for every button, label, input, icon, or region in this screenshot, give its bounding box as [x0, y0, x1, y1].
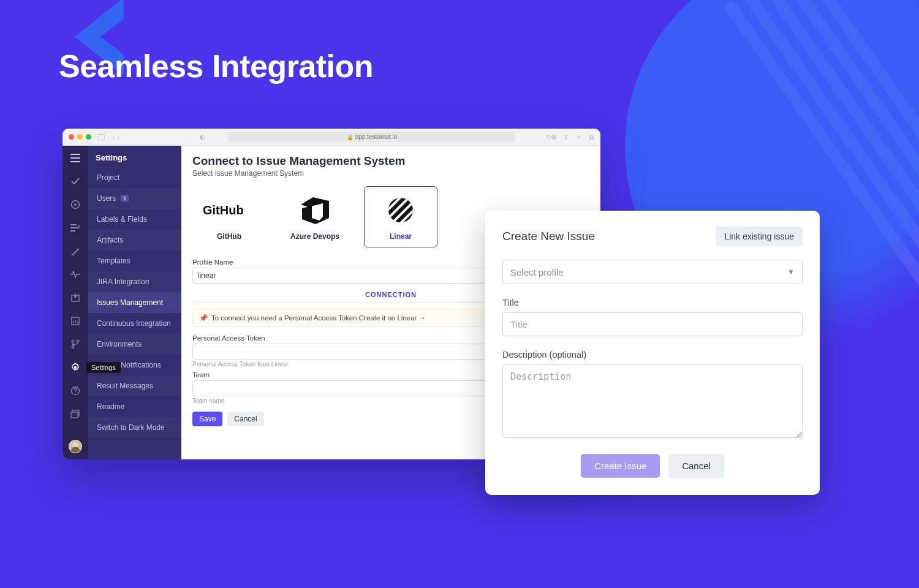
- save-button[interactable]: Save: [192, 412, 222, 426]
- sidebar-item-dark-mode[interactable]: Switch to Dark Mode: [88, 417, 181, 438]
- sidebar-item-labels-fields[interactable]: Labels & Fields: [88, 209, 181, 230]
- github-logo-icon: GitHub: [203, 193, 255, 227]
- cancel-button[interactable]: Cancel: [227, 412, 263, 426]
- ims-card-github[interactable]: GitHub GitHub: [192, 186, 266, 247]
- browser-url: app.testomat.io: [355, 134, 397, 140]
- ims-card-azure-devops[interactable]: Azure Devops: [278, 186, 352, 247]
- sidebar-item-project[interactable]: Project: [88, 167, 181, 188]
- sidebar-item-issues-management[interactable]: Issues Management: [88, 292, 181, 313]
- rail-menu-icon[interactable]: [69, 152, 81, 164]
- svg-point-13: [388, 198, 413, 222]
- rail-settings-icon[interactable]: Settings: [69, 361, 81, 374]
- profile-select[interactable]: Select profile ▼: [502, 260, 803, 284]
- issue-title-label: Title: [502, 298, 803, 307]
- rail-folders-icon[interactable]: [69, 408, 81, 420]
- rail-play-icon[interactable]: [69, 198, 81, 211]
- settings-sidebar: Settings Project Users1 Labels & Fields …: [88, 146, 181, 459]
- sidebar-item-environments[interactable]: Environments: [88, 334, 181, 355]
- ims-caption: GitHub: [217, 232, 241, 241]
- main-heading: Connect to Issue Management System: [192, 154, 589, 168]
- lock-icon: 🔒: [347, 134, 354, 140]
- sidebar-item-templates[interactable]: Templates: [88, 251, 181, 271]
- chevron-down-icon: ▼: [787, 268, 795, 276]
- profile-select-placeholder: Select profile: [510, 267, 564, 277]
- ims-caption: Azure Devops: [290, 232, 339, 241]
- svg-rect-10: [71, 412, 78, 418]
- rail-pulse-icon[interactable]: [69, 268, 81, 281]
- create-issue-button[interactable]: Create Issue: [581, 454, 660, 478]
- svg-point-6: [74, 366, 77, 369]
- sidebar-item-continuous-integration[interactable]: Continuous Integration: [88, 313, 181, 334]
- nav-back-icon[interactable]: ‹: [112, 133, 115, 141]
- pin-icon: 📌: [199, 314, 208, 322]
- rail-tooltip: Settings: [86, 362, 121, 373]
- svg-point-3: [72, 340, 74, 342]
- issue-description-input[interactable]: [502, 364, 803, 438]
- azure-devops-logo-icon: [298, 193, 331, 227]
- rail-avatar[interactable]: [69, 440, 82, 453]
- svg-point-4: [77, 340, 79, 342]
- rail-check-icon[interactable]: [69, 175, 81, 187]
- shield-icon[interactable]: ◐: [200, 134, 205, 140]
- window-minimize-icon[interactable]: [77, 134, 83, 140]
- rail-branch-icon[interactable]: [69, 338, 81, 350]
- sidebar-item-jira-integration[interactable]: JIRA Integration: [88, 271, 181, 292]
- issue-description-label: Description (optional): [502, 350, 803, 360]
- rail-help-icon[interactable]: [69, 385, 81, 397]
- sidebar-item-artifacts[interactable]: Artifacts: [88, 230, 181, 251]
- share-icon[interactable]: ⇪: [563, 133, 569, 141]
- cancel-issue-button[interactable]: Cancel: [668, 454, 724, 478]
- reload-icon[interactable]: ↻: [546, 134, 551, 140]
- window-close-icon[interactable]: [69, 134, 74, 140]
- link-existing-issue-button[interactable]: Link existing issue: [716, 227, 803, 246]
- issue-panel-title: Create New Issue: [502, 230, 595, 243]
- sidebar-item-users[interactable]: Users1: [88, 188, 181, 209]
- rail-import-icon[interactable]: [69, 292, 81, 304]
- download-icon[interactable]: ⊕: [551, 133, 557, 141]
- sidebar-toggle-icon[interactable]: [97, 134, 105, 140]
- new-tab-icon[interactable]: ＋: [575, 132, 583, 142]
- browser-address-bar[interactable]: 🔒 app.testomat.io: [228, 132, 516, 142]
- main-subheading: Select Issue Management System: [192, 169, 589, 178]
- browser-chrome: ‹ › ◐ 🔒 app.testomat.io ↻ ⊕ ⇪ ＋ ⧉: [62, 129, 600, 146]
- ims-card-linear[interactable]: Linear: [364, 186, 437, 247]
- sidebar-title: Settings: [88, 146, 181, 167]
- window-traffic-lights[interactable]: [69, 134, 91, 140]
- svg-point-5: [72, 346, 74, 349]
- notice-text: To connect you need a Personal Access To…: [211, 314, 426, 322]
- sidebar-item-result-messages[interactable]: Result Messages: [88, 375, 181, 396]
- rail-analytics-icon[interactable]: [69, 315, 81, 327]
- sidebar-item-readme[interactable]: Readme: [88, 396, 181, 417]
- ims-caption: Linear: [390, 232, 412, 241]
- create-issue-panel: Create New Issue Link existing issue Sel…: [485, 211, 820, 495]
- tabs-icon[interactable]: ⧉: [589, 133, 594, 141]
- linear-logo-icon: [387, 193, 415, 227]
- svg-point-8: [75, 393, 76, 394]
- users-count-badge: 1: [121, 195, 129, 202]
- window-maximize-icon[interactable]: [86, 134, 91, 140]
- page-title: Seamless Integration: [59, 48, 373, 85]
- rail-list-icon[interactable]: [69, 222, 81, 234]
- svg-text:GitHub: GitHub: [203, 203, 244, 217]
- issue-title-input[interactable]: [502, 312, 803, 336]
- rail-steps-icon[interactable]: [69, 245, 81, 257]
- icon-rail: Settings: [62, 146, 88, 459]
